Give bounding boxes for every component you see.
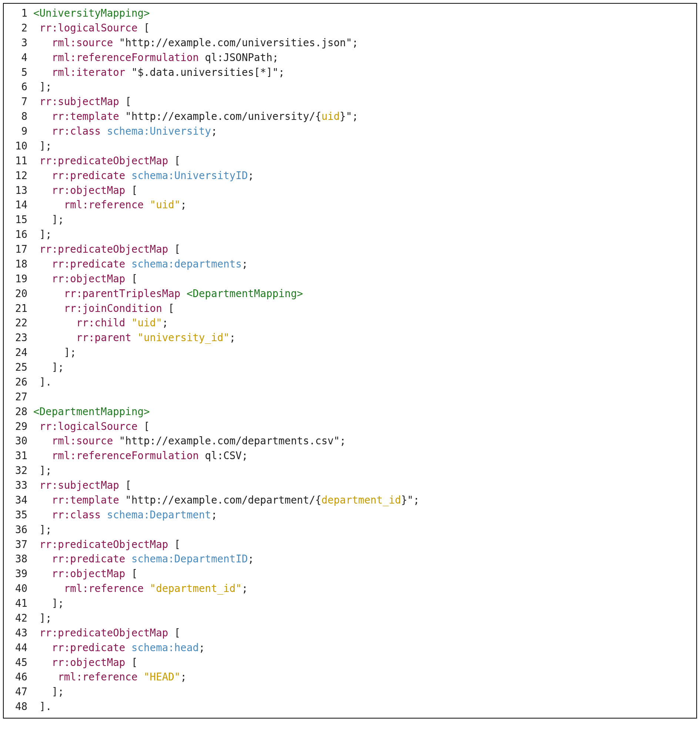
code-line: 29 rr:logicalSource [ (4, 419, 696, 434)
line-number: 38 (4, 552, 33, 566)
code-line: 4 rml:referenceFormulation ql:JSONPath; (4, 50, 696, 65)
line-number: 42 (4, 611, 33, 626)
code-line: 12 rr:predicate schema:UniversityID; (4, 168, 696, 183)
line-number: 18 (4, 257, 33, 272)
line-number: 36 (4, 523, 33, 537)
code-content: rr:predicate schema:head; (33, 641, 696, 655)
code-content: ]; (33, 212, 696, 227)
line-number: 48 (4, 699, 33, 714)
code-content: rr:predicateObjectMap [ (33, 537, 696, 552)
line-number: 22 (4, 315, 33, 330)
code-line: 7 rr:subjectMap [ (4, 94, 696, 109)
code-content: rr:predicateObjectMap [ (33, 242, 696, 257)
code-content: rr:class schema:University; (33, 124, 696, 139)
code-line: 43 rr:predicateObjectMap [ (4, 626, 696, 641)
line-number: 26 (4, 375, 33, 390)
line-number: 25 (4, 360, 33, 375)
code-content: rml:referenceFormulation ql:CSV; (33, 448, 696, 463)
code-content: ]; (33, 611, 696, 626)
line-number: 44 (4, 641, 33, 655)
code-line: 41 ]; (4, 596, 696, 611)
line-number: 39 (4, 566, 33, 581)
code-content: rr:predicate schema:UniversityID; (33, 168, 696, 183)
code-line: 35 rr:class schema:Department; (4, 508, 696, 523)
code-line: 46 rml:reference "HEAD"; (4, 670, 696, 685)
line-number: 8 (4, 109, 33, 124)
code-line: 10 ]; (4, 139, 696, 153)
code-content: rr:parent "university_id"; (33, 330, 696, 345)
code-content: rr:logicalSource [ (33, 419, 696, 434)
code-content: rml:referenceFormulation ql:JSONPath; (33, 50, 696, 65)
code-content: ]; (33, 463, 696, 478)
line-number: 14 (4, 197, 33, 212)
line-number: 34 (4, 493, 33, 508)
code-line: 42 ]; (4, 611, 696, 626)
line-number: 11 (4, 153, 33, 168)
line-number: 4 (4, 50, 33, 65)
code-content: rr:subjectMap [ (33, 94, 696, 109)
code-content: rr:predicate schema:DepartmentID; (33, 552, 696, 566)
code-line: 22 rr:child "uid"; (4, 315, 696, 330)
code-block: 1<UniversityMapping>2 rr:logicalSource [… (3, 3, 697, 718)
code-line: 33 rr:subjectMap [ (4, 478, 696, 493)
code-line: 18 rr:predicate schema:departments; (4, 257, 696, 272)
line-number: 37 (4, 537, 33, 552)
code-line: 40 rml:reference "department_id"; (4, 581, 696, 596)
line-number: 30 (4, 434, 33, 448)
code-line: 16 ]; (4, 227, 696, 242)
code-content: rr:objectMap [ (33, 183, 696, 198)
code-line: 48 ]. (4, 699, 696, 714)
code-line: 27 (4, 390, 696, 404)
line-number: 13 (4, 183, 33, 198)
code-line: 20 rr:parentTriplesMap <DepartmentMappin… (4, 286, 696, 301)
line-number: 40 (4, 581, 33, 596)
line-number: 12 (4, 168, 33, 183)
code-line: 34 rr:template "http://example.com/depar… (4, 493, 696, 508)
line-number: 3 (4, 35, 33, 50)
code-content: <UniversityMapping> (33, 6, 696, 21)
code-content: ]; (33, 523, 696, 537)
line-number: 6 (4, 80, 33, 94)
code-line: 30 rml:source "http://example.com/depart… (4, 434, 696, 448)
code-content: ]; (33, 685, 696, 699)
code-content: rr:template "http://example.com/universi… (33, 109, 696, 124)
code-content: rml:source "http://example.com/departmen… (33, 434, 696, 448)
line-number: 19 (4, 272, 33, 286)
code-content: rr:predicate schema:departments; (33, 257, 696, 272)
code-line: 5 rml:iterator "$.data.universities[*]"; (4, 65, 696, 80)
line-number: 46 (4, 670, 33, 685)
line-number: 23 (4, 330, 33, 345)
code-content: rml:reference "HEAD"; (33, 670, 696, 685)
line-number: 27 (4, 390, 33, 404)
code-content: rr:logicalSource [ (33, 21, 696, 35)
code-content (33, 390, 696, 404)
code-line: 3 rml:source "http://example.com/univers… (4, 35, 696, 50)
line-number: 16 (4, 227, 33, 242)
code-content: ]. (33, 699, 696, 714)
code-line: 13 rr:objectMap [ (4, 183, 696, 198)
code-content: <DepartmentMapping> (33, 404, 696, 419)
code-line: 24 ]; (4, 345, 696, 360)
code-content: rr:subjectMap [ (33, 478, 696, 493)
code-line: 15 ]; (4, 212, 696, 227)
code-content: rml:iterator "$.data.universities[*]"; (33, 65, 696, 80)
code-line: 32 ]; (4, 463, 696, 478)
code-content: rr:child "uid"; (33, 315, 696, 330)
line-number: 5 (4, 65, 33, 80)
code-content: rr:parentTriplesMap <DepartmentMapping> (33, 286, 696, 301)
code-content: rml:reference "department_id"; (33, 581, 696, 596)
code-content: ]; (33, 345, 696, 360)
line-number: 45 (4, 655, 33, 670)
code-content: rr:objectMap [ (33, 655, 696, 670)
code-line: 25 ]; (4, 360, 696, 375)
code-line: 21 rr:joinCondition [ (4, 301, 696, 316)
line-number: 35 (4, 508, 33, 523)
line-number: 32 (4, 463, 33, 478)
code-line: 19 rr:objectMap [ (4, 272, 696, 286)
code-content: ]; (33, 139, 696, 153)
code-line: 11 rr:predicateObjectMap [ (4, 153, 696, 168)
code-line: 44 rr:predicate schema:head; (4, 641, 696, 655)
line-number: 2 (4, 21, 33, 35)
code-line: 45 rr:objectMap [ (4, 655, 696, 670)
line-number: 29 (4, 419, 33, 434)
